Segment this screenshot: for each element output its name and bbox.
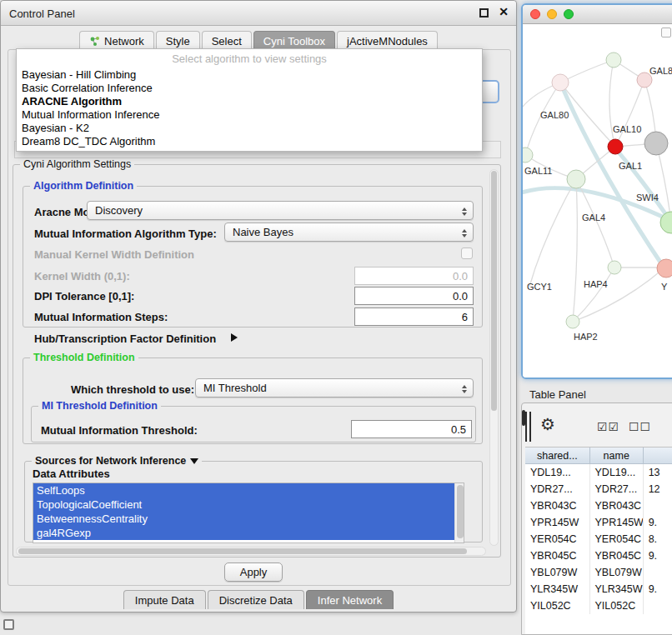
dropdown-placeholder: Select algorithm to view settings [17, 49, 482, 68]
zoom-traffic-light[interactable] [564, 9, 574, 19]
algorithm-option[interactable]: Dream8 DC_TDC Algorithm [17, 135, 482, 148]
cell: YBL079W [590, 564, 644, 581]
table-row[interactable]: YBL079W YBL079W [525, 564, 672, 581]
minimized-panel-icon[interactable] [3, 619, 14, 630]
expand-right-icon[interactable] [231, 333, 238, 342]
canvas-corner-button[interactable] [661, 28, 671, 38]
close-traffic-light[interactable] [530, 9, 540, 19]
data-attributes-label: Data Attributes [33, 468, 110, 480]
cell: YPR145W [590, 514, 644, 531]
tab-discretize-data[interactable]: Discretize Data [208, 590, 304, 609]
button-label: Apply [240, 566, 268, 578]
cell: YDL19... [590, 464, 644, 481]
which-threshold-select[interactable]: MI Threshold [195, 378, 474, 398]
aracne-mode-select[interactable]: Discovery [87, 201, 474, 220]
field-value: 0.0 [453, 290, 468, 302]
field-value: 6 [462, 311, 468, 323]
control-panel-tabs: Network Style Select Cyni Toolbox jActiv… [1, 31, 516, 50]
tab-style[interactable]: Style [156, 31, 200, 50]
table-row[interactable]: YBR045C YBR045C 9. [525, 548, 672, 564]
algorithm-option[interactable]: Bayesian - K2 [17, 122, 482, 135]
cell: YER054C [525, 531, 590, 548]
node-label: GAL8 [649, 66, 672, 76]
algorithm-option[interactable]: Bayesian - Hill Climbing [17, 68, 482, 82]
columns-icon[interactable] [522, 410, 525, 426]
tab-label: jActiveMNodules [347, 35, 428, 48]
table-row[interactable]: YBR043C YBR043C [525, 498, 672, 514]
list-scrollbar[interactable] [454, 483, 464, 542]
node-salmon[interactable] [657, 259, 672, 278]
node-green[interactable] [606, 52, 621, 68]
settings-vertical-scrollbar[interactable] [489, 169, 499, 546]
tab-network[interactable]: Network [79, 31, 154, 50]
table-toolbar: ⚙ ☑☑ ☐☐ [522, 412, 672, 442]
cell: YBR045C [525, 548, 590, 564]
node-attribute-table: shared... name YDL19... YDL19... 13 YDR2… [525, 447, 672, 634]
column-header[interactable]: shared... [525, 448, 590, 463]
node-label: Y [661, 282, 668, 292]
close-icon[interactable]: ✕ [499, 6, 509, 18]
attribute-item[interactable]: BetweennessCentrality [33, 512, 464, 526]
settings-horizontal-scrollbar[interactable] [16, 547, 486, 556]
mi-threshold-field[interactable]: 0.5 [351, 420, 472, 438]
table-row[interactable]: YLR345W YLR345W 9. [525, 581, 672, 598]
cell: YDR27... [590, 481, 644, 498]
node-green-left[interactable] [523, 148, 533, 162]
node-gal10-red[interactable] [608, 139, 623, 154]
cell: YLR345W [525, 581, 590, 598]
control-panel-titlebar[interactable]: Control Panel ✕ [1, 1, 516, 26]
attribute-item[interactable]: gal4RGexp [33, 526, 464, 540]
select-all-checkboxes-icon[interactable]: ☑☑ [597, 418, 619, 436]
node-label: GCY1 [527, 282, 552, 292]
collapse-down-icon[interactable] [190, 458, 198, 464]
group-title[interactable]: Sources for Network Inference [32, 455, 202, 467]
algorithm-option[interactable]: Basic Correlation Inference [17, 82, 482, 95]
network-canvas[interactable]: GAL80 GAL10 GAL11 GAL1 SWI4 GAL4 GCY1 HA… [523, 24, 672, 379]
algorithm-option-selected[interactable]: ARACNE Algorithm [17, 95, 482, 108]
table-row[interactable]: YIL052C YIL052C [525, 598, 672, 614]
attribute-item[interactable]: TopologicalCoefficient [33, 498, 464, 512]
node-pale-pink[interactable] [552, 74, 569, 91]
mi-algorithm-type-select[interactable]: Naive Bayes [224, 222, 474, 242]
tab-impute-data[interactable]: Impute Data [123, 590, 206, 609]
group-title: Threshold Definition [30, 352, 138, 363]
tab-select[interactable]: Select [202, 31, 252, 50]
tab-label: Network [104, 35, 144, 48]
cell: YDR27... [525, 481, 590, 498]
tab-jactivemnodules[interactable]: jActiveMNodules [337, 31, 438, 50]
table-panel: ⚙ ☑☑ ☐☐ shared... name YDL19... YDL19...… [521, 402, 672, 635]
tab-cyni-toolbox[interactable]: Cyni Toolbox [253, 31, 335, 50]
node-gray-large[interactable] [644, 132, 668, 155]
algorithm-option[interactable]: Mutual Information Inference [17, 108, 482, 122]
attribute-item[interactable]: SelfLoops [33, 483, 464, 498]
dpi-tolerance-field[interactable]: 0.0 [354, 287, 474, 305]
node-green-bottom[interactable] [566, 315, 579, 328]
deselect-all-checkboxes-icon[interactable]: ☐☐ [629, 418, 651, 436]
table-row[interactable]: YER054C YER054C 8. [525, 531, 672, 548]
network-graph: GAL80 GAL10 GAL11 GAL1 SWI4 GAL4 GCY1 HA… [523, 24, 672, 379]
table-row[interactable]: YDL19... YDL19... 13 [525, 464, 672, 481]
column-header[interactable] [644, 448, 672, 463]
node-gal11-green[interactable] [567, 170, 585, 188]
window-title: Control Panel [9, 8, 75, 20]
float-window-icon[interactable] [479, 8, 489, 18]
cell [644, 598, 672, 614]
tab-infer-network[interactable]: Infer Network [306, 590, 394, 609]
node-green-mid[interactable] [608, 261, 621, 274]
cell: 9. [644, 548, 672, 564]
which-threshold-label: Which threshold to use: [71, 383, 194, 396]
gear-icon[interactable]: ⚙ [540, 415, 555, 433]
table-row[interactable]: YDR27... YDR27... 12 [525, 481, 672, 498]
manual-kernel-width-checkbox[interactable] [461, 248, 473, 259]
apply-button[interactable]: Apply [224, 562, 283, 582]
column-header[interactable]: name [590, 448, 644, 463]
hub-definition-label[interactable]: Hub/Transcription Factor Definition [34, 332, 216, 345]
network-window-titlebar[interactable] [523, 5, 672, 24]
kernel-width-field[interactable]: 0.0 [354, 267, 474, 285]
table-row[interactable]: YPR145W YPR145W 9. [525, 514, 672, 531]
mi-steps-field[interactable]: 6 [354, 308, 474, 326]
control-panel-window: Control Panel ✕ Network Style Select Cyn… [0, 0, 517, 612]
tab-label: Impute Data [135, 594, 194, 607]
minimize-traffic-light[interactable] [547, 9, 557, 19]
selected-value: Discovery [95, 204, 143, 217]
